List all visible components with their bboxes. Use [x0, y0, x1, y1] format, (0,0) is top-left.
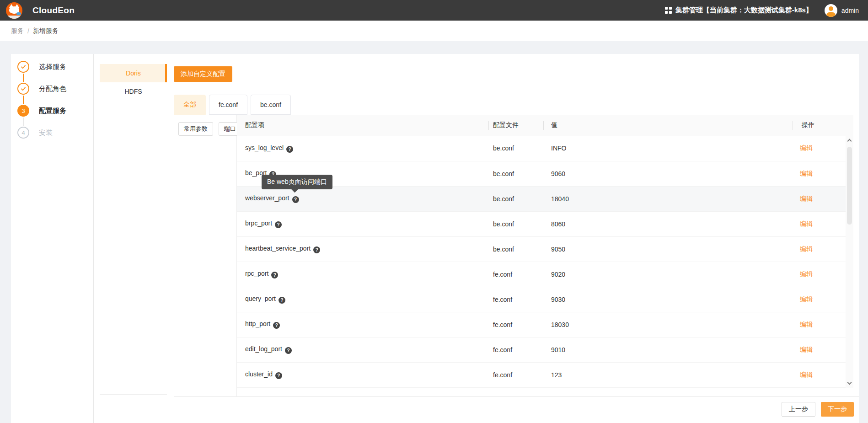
step-done-icon: [17, 61, 29, 73]
edit-link[interactable]: 编辑: [800, 245, 813, 252]
config-key: query_port: [245, 295, 276, 302]
column-config-file: 配置文件: [488, 115, 543, 136]
help-question-icon[interactable]: ?: [285, 347, 292, 354]
config-value: 9060: [543, 161, 793, 186]
edit-link[interactable]: 编辑: [800, 321, 813, 328]
user-avatar-icon[interactable]: [825, 4, 837, 17]
service-list: Doris HDFS: [100, 64, 167, 395]
config-key: webserver_port: [245, 194, 289, 202]
column-config-key: 配置项: [237, 115, 488, 136]
help-question-icon[interactable]: ?: [292, 196, 299, 203]
scrollbar-thumb[interactable]: [847, 147, 852, 225]
cluster-management-link[interactable]: 集群管理【当前集群：大数据测试集群-k8s】: [675, 6, 813, 15]
config-value: 8060: [543, 211, 793, 236]
step-connector: [23, 74, 24, 82]
config-table: 配置项 配置文件 值 操作 sys_log_level? be.conf INF…: [237, 115, 859, 397]
help-tooltip: Be web页面访问端口: [262, 175, 332, 189]
help-question-icon[interactable]: ?: [279, 297, 285, 304]
filter-common-params-button[interactable]: 常用参数: [178, 122, 213, 136]
config-file: be.conf: [488, 186, 543, 211]
step-configure-service: 3 配置服务: [17, 105, 66, 117]
edit-link[interactable]: 编辑: [800, 170, 813, 177]
previous-step-button[interactable]: 上一步: [782, 402, 815, 417]
edit-link[interactable]: 编辑: [800, 270, 813, 278]
config-table-body: sys_log_level? be.conf INFO 编辑 be_port? …: [237, 136, 846, 387]
config-key: heartbeat_service_port: [245, 245, 311, 252]
table-scrollbar[interactable]: [846, 136, 853, 388]
help-question-icon[interactable]: ?: [275, 221, 282, 228]
username-label[interactable]: admin: [841, 7, 859, 14]
config-file: be.conf: [488, 136, 543, 161]
steps-sidebar: 选择服务 分配角色 3 配置服务 4 安装: [11, 54, 94, 423]
cloudeon-logo[interactable]: [6, 2, 22, 19]
service-item-hdfs[interactable]: HDFS: [100, 82, 167, 101]
step-connector: [23, 118, 24, 126]
tab-all[interactable]: 全部: [174, 95, 206, 115]
tab-be-conf[interactable]: be.conf: [251, 95, 291, 115]
config-key: cluster_id: [245, 370, 273, 378]
cluster-grid-icon[interactable]: [665, 7, 672, 14]
logo-band: [6, 16, 22, 19]
config-value: 9030: [543, 287, 793, 312]
column-actions: 操作: [793, 115, 853, 136]
config-file: fe.conf: [488, 337, 543, 362]
edit-link[interactable]: 编辑: [800, 195, 813, 202]
table-row: heartbeat_service_port? be.conf 9050 编辑: [237, 236, 846, 262]
brand-title: CloudEon: [32, 5, 75, 16]
edit-link[interactable]: 编辑: [800, 346, 813, 353]
config-content: 常用参数 端口 配置项 配置文件 值 操作 sys_log_le: [174, 115, 859, 397]
config-file: fe.conf: [488, 312, 543, 337]
breadcrumb-current: 新增服务: [33, 27, 59, 35]
tab-fe-conf[interactable]: fe.conf: [209, 95, 247, 115]
table-row: rpc_port? fe.conf 9020 编辑: [237, 262, 846, 287]
step-select-service: 选择服务: [17, 61, 66, 73]
config-value: 18040: [543, 186, 793, 211]
config-key: http_port: [245, 320, 270, 327]
config-key: sys_log_level: [245, 144, 284, 151]
config-key: edit_log_port: [245, 345, 282, 353]
help-question-icon[interactable]: ?: [271, 272, 278, 278]
help-tooltip-text: Be web页面访问端口: [267, 178, 327, 186]
conf-file-tabs: 全部 fe.conf be.conf: [174, 95, 291, 115]
config-file: fe.conf: [488, 362, 543, 387]
edit-link[interactable]: 编辑: [800, 220, 813, 227]
help-question-icon[interactable]: ?: [273, 322, 280, 329]
step-number: 3: [17, 105, 29, 117]
wizard-footer: 上一步 下一步: [782, 402, 854, 417]
config-key: rpc_port: [245, 270, 268, 277]
top-bar: CloudEon 集群管理【当前集群：大数据测试集群-k8s】 admin: [0, 0, 868, 21]
help-question-icon[interactable]: ?: [313, 246, 320, 253]
config-main: 添加自定义配置 全部 fe.conf be.conf 常用参数 端口 配置项 配…: [174, 54, 859, 423]
help-question-icon[interactable]: ?: [275, 372, 282, 379]
table-row: query_port? fe.conf 9030 编辑: [237, 287, 846, 312]
step-assign-roles: 分配角色: [17, 83, 66, 95]
scroll-down-icon[interactable]: [847, 380, 852, 385]
config-value: 9010: [543, 337, 793, 362]
next-step-button[interactable]: 下一步: [821, 402, 854, 417]
edit-link[interactable]: 编辑: [800, 144, 813, 151]
step-number: 4: [17, 127, 29, 139]
breadcrumb: 服务 / 新增服务: [0, 21, 868, 41]
table-row: brpc_port? be.conf 8060 编辑: [237, 211, 846, 236]
scroll-up-icon[interactable]: [847, 139, 852, 144]
edit-link[interactable]: 编辑: [800, 295, 813, 303]
config-file: be.conf: [488, 236, 543, 262]
config-key: brpc_port: [245, 220, 272, 227]
table-row: sys_log_level? be.conf INFO 编辑: [237, 136, 846, 161]
breadcrumb-services-link[interactable]: 服务: [11, 27, 24, 35]
config-file: fe.conf: [488, 287, 543, 312]
config-file: fe.conf: [488, 262, 543, 287]
service-item-doris[interactable]: Doris: [100, 64, 167, 82]
table-row: edit_log_port? fe.conf 9010 编辑: [237, 337, 846, 362]
config-value: 9050: [543, 236, 793, 262]
add-custom-config-button[interactable]: 添加自定义配置: [174, 66, 232, 82]
config-file: be.conf: [488, 211, 543, 236]
table-row: http_port? fe.conf 18030 编辑: [237, 312, 846, 337]
config-value: 123: [543, 362, 793, 387]
edit-link[interactable]: 编辑: [800, 371, 813, 378]
table-row: cluster_id? fe.conf 123 编辑: [237, 362, 846, 387]
step-done-icon: [17, 83, 29, 95]
config-value: 9020: [543, 262, 793, 287]
help-question-icon[interactable]: ?: [286, 146, 293, 153]
logo-cloud: [16, 12, 21, 15]
